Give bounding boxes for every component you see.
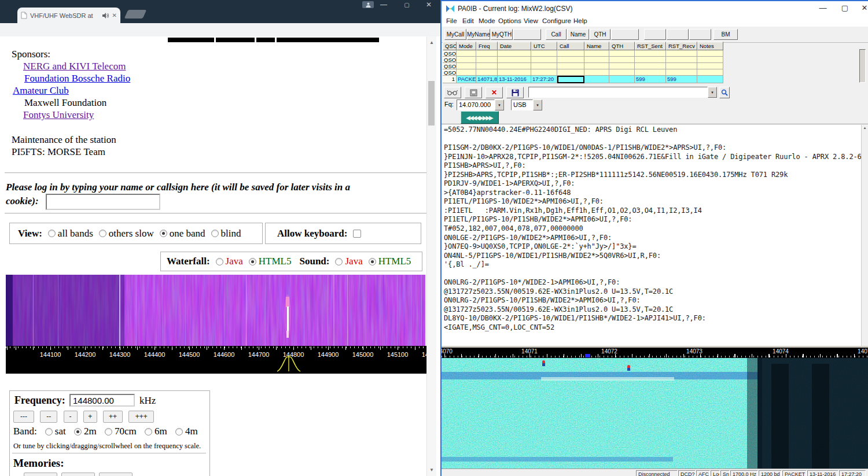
col-header[interactable]: Date — [498, 42, 531, 50]
callsign-combo-field[interactable] — [528, 87, 708, 98]
blank-button[interactable] — [513, 29, 541, 40]
rx-cursor[interactable] — [585, 354, 590, 357]
seek-buttons[interactable]: ◀◀◀◀▶▶▶▶ — [461, 111, 499, 124]
frequency-input[interactable] — [69, 394, 135, 407]
chevron-down-icon[interactable]: ▼ — [708, 87, 717, 98]
col-header[interactable]: QTH — [609, 42, 635, 50]
status-afc[interactable]: AFC — [696, 470, 710, 476]
col-header[interactable]: Name — [584, 42, 609, 50]
radio-label[interactable]: 70cm — [115, 426, 137, 437]
browser-tab[interactable]: VHF/UHF WebSDR at ✕ — [17, 8, 120, 23]
myname-button[interactable]: MyName — [467, 29, 490, 40]
scroll-up-icon[interactable]: ▲ — [862, 125, 868, 130]
chevron-down-icon[interactable]: ▼ — [533, 99, 542, 110]
callsign-input[interactable] — [46, 194, 160, 210]
col-header[interactable]: Mode — [457, 42, 476, 50]
mixw-waterfall-image[interactable] — [442, 358, 868, 468]
mixw-minimize-button[interactable]: — — [818, 3, 828, 12]
mycall-button[interactable]: MyCall — [444, 29, 466, 40]
log-empty-row[interactable]: QSO — [443, 63, 724, 69]
radio-view-blind[interactable] — [211, 230, 219, 237]
myqth-button[interactable]: MyQTH — [491, 29, 513, 40]
profile-button[interactable] — [362, 1, 374, 8]
radio-band-70cm[interactable] — [105, 428, 112, 436]
rx-scrollbar[interactable]: ▲ — [861, 125, 868, 346]
websdr-waterfall-image[interactable] — [6, 275, 425, 346]
cell-date[interactable]: 13-11-2016 — [498, 76, 531, 83]
step-up-1-button[interactable]: + — [83, 411, 97, 423]
col-header[interactable]: RST_Recv — [666, 42, 697, 50]
menu-file[interactable]: File — [446, 17, 457, 24]
scrollbar-thumb[interactable] — [428, 81, 435, 126]
save-button[interactable] — [506, 87, 524, 98]
radio-band-2m[interactable] — [74, 428, 82, 436]
allow-keyboard-checkbox[interactable] — [353, 230, 361, 238]
blank-button[interactable] — [644, 29, 666, 40]
log-empty-row[interactable]: QSO — [443, 69, 724, 76]
fq-combo[interactable]: 14.070.000 ▼ — [457, 99, 504, 110]
cell-call-focused[interactable] — [557, 76, 584, 83]
sponsor-link-fontys[interactable]: Fontys University — [23, 109, 94, 120]
radio-band-sat[interactable] — [45, 428, 53, 436]
blank-button[interactable] — [611, 29, 639, 40]
bm-button[interactable]: BM — [713, 29, 738, 40]
radio-waterfall-java[interactable] — [216, 258, 223, 265]
menu-options[interactable]: Options — [498, 17, 521, 24]
sponsor-link-bossche-1[interactable]: Foundation Bossche Radio — [24, 73, 130, 84]
station-marker-icon[interactable] — [627, 365, 630, 371]
cell-qth[interactable] — [609, 76, 635, 83]
radio-band-6m[interactable] — [145, 428, 152, 436]
menu-configure[interactable]: Configure — [542, 17, 571, 24]
log-row-1[interactable]: 1 PACKET 14071,8 13-11-2016 17:27:20 599… — [443, 76, 724, 83]
rx-text-area[interactable]: =5052.77NN00440.24E#PHG2240DIGI_NED: APR… — [442, 124, 868, 346]
tab-close-icon[interactable]: ✕ — [112, 12, 117, 19]
radio-sound-java[interactable] — [335, 258, 343, 265]
cell-rst-recv[interactable]: 599 — [666, 76, 697, 83]
memory-button[interactable] — [61, 473, 95, 476]
menu-edit[interactable]: Edit — [462, 17, 474, 24]
col-header[interactable]: Call — [557, 42, 584, 50]
passband-marker-icon[interactable] — [271, 355, 306, 372]
menu-mode[interactable]: Mode — [479, 17, 495, 24]
mode-value[interactable]: USB — [511, 99, 533, 110]
scroll-down-icon[interactable]: ▼ — [427, 467, 436, 473]
radio-label[interactable]: others slow — [109, 228, 154, 239]
radio-view-others-slow[interactable] — [99, 230, 106, 237]
browser-maximize-button[interactable]: ▢ — [402, 2, 411, 8]
mixw-frequency-scale[interactable]: 14070 14071 14072 14073 14074 14075 — [442, 348, 868, 358]
radio-label[interactable]: blind — [221, 228, 241, 239]
fq-value[interactable]: 14.070.000 — [457, 99, 495, 110]
cell-rst-sent[interactable]: 599 — [635, 76, 666, 83]
mixw-close-button[interactable]: ✕ — [859, 3, 868, 12]
radio-label[interactable]: 4m — [185, 426, 198, 437]
radio-label[interactable]: 6m — [155, 426, 167, 437]
col-header[interactable]: RST_Sent — [635, 42, 666, 50]
radio-label[interactable]: 2m — [84, 426, 97, 437]
menu-help[interactable]: Help — [573, 17, 587, 24]
sponsor-link-nerg[interactable]: NERG and KIVI Telecom — [23, 61, 126, 72]
col-header[interactable]: Notes — [697, 42, 723, 50]
col-header[interactable]: Freq — [476, 42, 498, 50]
callsign-combo[interactable]: ▼ — [528, 87, 717, 98]
station-marker-icon[interactable] — [542, 360, 545, 366]
log-empty-row[interactable]: QSO — [443, 57, 724, 63]
radio-label[interactable]: Java — [226, 256, 243, 267]
radio-label[interactable]: one band — [170, 228, 205, 239]
cell-name[interactable] — [584, 76, 609, 83]
memory-button[interactable] — [99, 473, 133, 476]
scroll-up-icon[interactable]: ▲ — [427, 40, 436, 45]
status-lock[interactable]: Lock — [711, 470, 720, 476]
log-scrollbar[interactable] — [859, 49, 866, 83]
menu-view[interactable]: View — [524, 17, 538, 24]
blank-button[interactable] — [667, 29, 689, 40]
step-down-3-button[interactable]: --- — [13, 411, 34, 423]
status-snap[interactable]: Snap — [720, 470, 730, 476]
sponsor-link-bossche-2[interactable]: Amateur Club — [13, 85, 69, 96]
step-up-3-button[interactable]: +++ — [128, 411, 154, 423]
step-down-2-button[interactable]: -- — [40, 411, 57, 423]
call-button[interactable]: Call — [546, 29, 567, 40]
name-button[interactable]: Name — [567, 29, 589, 40]
cell-mode[interactable]: PACKET — [457, 76, 476, 83]
log-empty-row[interactable]: QSO — [443, 50, 724, 57]
radio-label[interactable]: HTML5 — [378, 256, 411, 267]
